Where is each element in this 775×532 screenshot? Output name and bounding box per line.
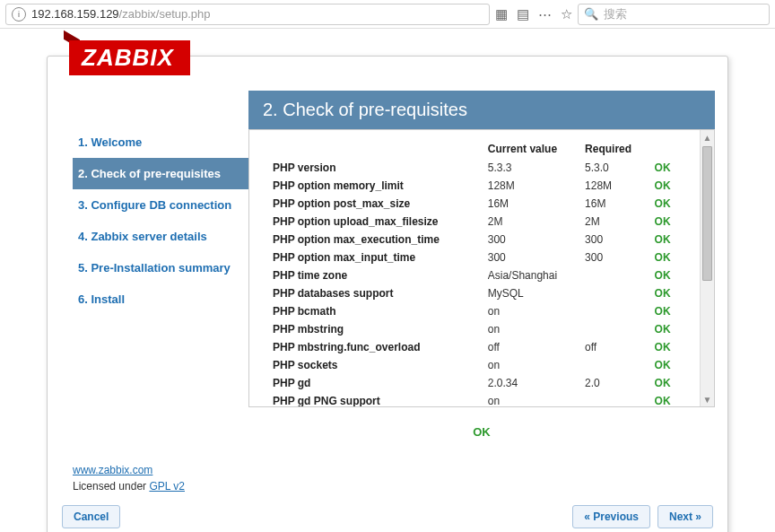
- req-required: 300: [579, 231, 649, 249]
- req-name: PHP gd: [267, 374, 483, 392]
- req-required: 300: [579, 249, 649, 266]
- wizard-step-4[interactable]: 4. Zabbix server details: [73, 221, 248, 252]
- table-row: PHP time zoneAsia/ShanghaiOK: [267, 266, 682, 284]
- req-status: OK: [649, 320, 682, 338]
- req-required: [579, 320, 649, 338]
- qr-icon[interactable]: ▦: [495, 6, 508, 22]
- table-row: PHP option post_max_size16M16MOK: [267, 195, 682, 213]
- req-current: 2.0.34: [483, 374, 579, 392]
- req-current: on: [483, 356, 579, 374]
- req-current: Asia/Shanghai: [483, 266, 579, 284]
- req-name: PHP option memory_limit: [267, 177, 483, 195]
- req-name: PHP databases support: [267, 284, 483, 302]
- previous-button[interactable]: « Previous: [572, 505, 650, 528]
- wizard-step-2[interactable]: 2. Check of pre-requisites: [73, 158, 248, 189]
- table-row: PHP option memory_limit128M128MOK: [267, 177, 682, 195]
- scrollbar[interactable]: ▲ ▼: [700, 130, 714, 406]
- wizard-sidebar: 1. Welcome2. Check of pre-requisites3. C…: [60, 91, 248, 448]
- more-icon[interactable]: ⋯: [538, 6, 552, 22]
- scroll-down-icon[interactable]: ▼: [701, 392, 714, 406]
- req-current: on: [483, 302, 579, 320]
- req-current: 128M: [483, 177, 579, 195]
- req-status: OK: [649, 338, 682, 356]
- req-status: OK: [649, 284, 682, 302]
- req-status: OK: [649, 195, 682, 213]
- zabbix-link[interactable]: www.zabbix.com: [73, 464, 152, 476]
- scroll-up-icon[interactable]: ▲: [701, 130, 714, 144]
- table-row: PHP databases supportMySQLOK: [267, 284, 682, 302]
- table-row: PHP mbstring.func_overloadoffoffOK: [267, 338, 682, 356]
- req-required: [579, 284, 649, 302]
- req-current: 16M: [483, 195, 579, 213]
- cancel-button[interactable]: Cancel: [62, 505, 120, 528]
- req-current: off: [483, 338, 579, 356]
- content-frame: Current value Required PHP version5.3.35…: [248, 129, 715, 407]
- content-heading: 2. Check of pre-requisites: [248, 91, 715, 129]
- table-row: PHP option max_execution_time300300OK: [267, 231, 682, 249]
- col-name: [267, 139, 483, 159]
- req-name: PHP sockets: [267, 356, 483, 374]
- table-row: PHP gd PNG supportonOK: [267, 392, 682, 406]
- search-placeholder: 搜索: [604, 6, 627, 22]
- col-current: Current value: [483, 139, 579, 159]
- url-host: 192.168.159.129: [31, 7, 119, 21]
- table-row: PHP bcmathonOK: [267, 302, 682, 320]
- info-icon[interactable]: i: [12, 7, 26, 22]
- browser-toolbar-icons: ▦ ▤ ⋯ ☆: [495, 6, 572, 22]
- req-name: PHP option max_execution_time: [267, 231, 483, 249]
- req-status: OK: [649, 266, 682, 284]
- req-current: 2M: [483, 213, 579, 231]
- table-row: PHP mbstringonOK: [267, 320, 682, 338]
- req-current: on: [483, 320, 579, 338]
- req-status: OK: [649, 213, 682, 231]
- req-name: PHP version: [267, 159, 483, 177]
- req-required: 16M: [579, 195, 649, 213]
- req-name: PHP mbstring: [267, 320, 483, 338]
- setup-wizard: ZABBIX 1. Welcome2. Check of pre-requisi…: [47, 56, 728, 532]
- license-link[interactable]: GPL v2: [149, 480, 185, 493]
- req-status: OK: [649, 302, 682, 320]
- reader-icon[interactable]: ▤: [517, 6, 529, 22]
- req-required: [579, 302, 649, 320]
- browser-address-bar: i 192.168.159.129/zabbix/setup.php ▦ ▤ ⋯…: [0, 0, 775, 29]
- wizard-step-5[interactable]: 5. Pre-Installation summary: [73, 252, 248, 283]
- req-name: PHP option upload_max_filesize: [267, 213, 483, 231]
- req-current: 300: [483, 231, 579, 249]
- table-row: PHP socketsonOK: [267, 356, 682, 374]
- table-row: PHP option upload_max_filesize2M2MOK: [267, 213, 682, 231]
- browser-search-box[interactable]: 🔍 搜索: [578, 4, 770, 25]
- bookmark-icon[interactable]: ☆: [561, 6, 572, 22]
- req-status: OK: [649, 392, 682, 406]
- req-required: 128M: [579, 177, 649, 195]
- req-status: OK: [649, 374, 682, 392]
- req-name: PHP option max_input_time: [267, 249, 483, 266]
- scroll-thumb[interactable]: [702, 146, 712, 281]
- req-status: OK: [649, 159, 682, 177]
- req-required: 2M: [579, 213, 649, 231]
- search-icon: 🔍: [584, 7, 598, 21]
- next-button[interactable]: Next »: [657, 505, 713, 528]
- req-status: OK: [649, 231, 682, 249]
- url-box[interactable]: i 192.168.159.129/zabbix/setup.php: [5, 4, 490, 25]
- req-required: off: [579, 338, 649, 356]
- req-status: OK: [649, 249, 682, 266]
- req-current: MySQL: [483, 284, 579, 302]
- req-name: PHP time zone: [267, 266, 483, 284]
- wizard-step-3[interactable]: 3. Configure DB connection: [73, 189, 248, 221]
- logo: ZABBIX: [69, 40, 190, 75]
- req-name: PHP option post_max_size: [267, 195, 483, 213]
- req-required: 5.3.0: [579, 159, 649, 177]
- req-required: [579, 266, 649, 284]
- table-row: PHP gd2.0.342.0OK: [267, 374, 682, 392]
- col-status: [649, 139, 682, 159]
- req-status: OK: [649, 356, 682, 374]
- req-status: OK: [649, 177, 682, 195]
- wizard-step-1[interactable]: 1. Welcome: [73, 126, 248, 158]
- req-required: 2.0: [579, 374, 649, 392]
- license-prefix: Licensed under: [73, 480, 149, 493]
- wizard-step-6[interactable]: 6. Install: [73, 283, 248, 315]
- req-current: on: [483, 392, 579, 406]
- content-scroll: Current value Required PHP version5.3.35…: [249, 130, 700, 406]
- req-name: PHP gd PNG support: [267, 392, 483, 406]
- footer-links: www.zabbix.com Licensed under GPL v2: [60, 448, 715, 493]
